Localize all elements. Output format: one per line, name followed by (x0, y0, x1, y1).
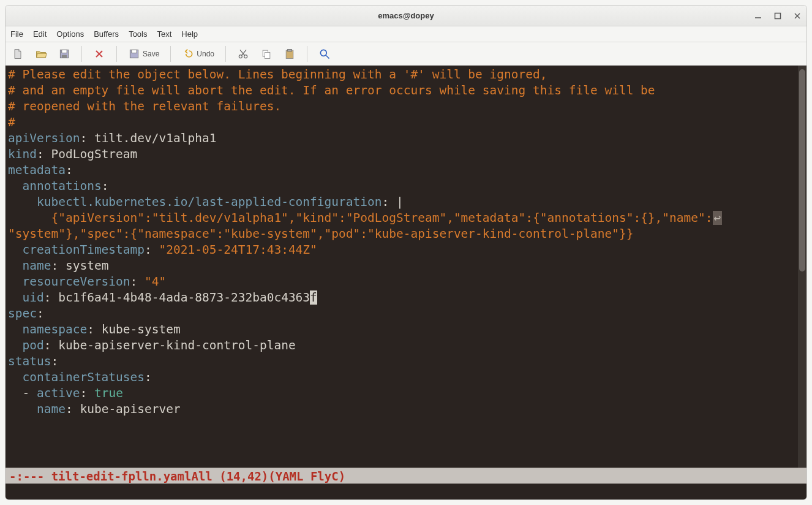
window-title: emacs@dopey (378, 11, 434, 20)
toolbar: Save Undo (6, 42, 806, 66)
scrollbar-thumb[interactable] (799, 69, 805, 271)
cut-button[interactable] (237, 48, 249, 60)
editor-area: # Please edit the object below. Lines be… (6, 66, 806, 468)
editor-buffer[interactable]: # Please edit the object below. Lines be… (6, 66, 798, 468)
svg-rect-5 (132, 50, 137, 53)
save-button[interactable]: Save (128, 48, 159, 60)
menu-help[interactable]: Help (181, 29, 198, 39)
svg-rect-0 (775, 13, 781, 19)
comment-line: # and an empty file will abort the edit.… (8, 83, 655, 97)
modeline[interactable]: -:--- tilt-edit-fplln.yaml All (14,42) (… (6, 468, 806, 484)
svg-rect-11 (288, 49, 292, 51)
comment-line: # (8, 115, 15, 129)
comment-line: # reopened with the relevant failures. (8, 99, 281, 113)
svg-rect-3 (62, 55, 67, 58)
yaml-key: metadata (8, 163, 66, 177)
minimize-icon[interactable] (754, 12, 762, 20)
modeline-filename: tilt-edit-fplln.yaml (51, 469, 192, 483)
yaml-key: creationTimestamp (22, 243, 145, 257)
yaml-key: annotations (22, 179, 101, 193)
menu-buffers[interactable]: Buffers (94, 29, 119, 39)
yaml-key: spec (8, 306, 37, 321)
yaml-key: pod (22, 338, 43, 352)
toolbar-separator (307, 46, 307, 62)
open-file-button[interactable] (35, 48, 47, 60)
yaml-value: tilt.dev/v1alpha1 (94, 131, 217, 145)
menu-options[interactable]: Options (56, 29, 84, 39)
save-label: Save (143, 50, 159, 58)
menubar: File Edit Options Buffers Tools Text Hel… (6, 26, 806, 42)
svg-point-12 (320, 50, 326, 56)
minibuffer[interactable] (6, 484, 806, 499)
yaml-bool: true (94, 386, 123, 400)
wrap-indicator-icon: ↩ (713, 211, 723, 225)
yaml-key: kubectl.kubernetes.io/last-applied-confi… (37, 195, 382, 209)
modeline-position: All (14,42) (191, 469, 268, 483)
close-icon[interactable] (793, 12, 802, 20)
yaml-key: kind (8, 147, 37, 161)
yaml-key: name (37, 402, 66, 416)
yaml-key: containerStatuses (22, 370, 145, 384)
save-file-icon-button[interactable] (58, 48, 70, 60)
yaml-key: active (37, 386, 80, 400)
menu-text[interactable]: Text (157, 29, 171, 39)
text-cursor: f (310, 290, 317, 305)
paste-button[interactable] (284, 48, 296, 60)
cancel-button[interactable] (93, 48, 105, 60)
yaml-value: "4" (145, 275, 166, 289)
toolbar-separator (116, 46, 117, 62)
new-file-button[interactable] (12, 48, 24, 60)
yaml-key: uid (22, 290, 43, 305)
json-string: "system"},"spec":{"namespace":"kube-syst… (8, 227, 633, 241)
modeline-status: -:--- (9, 469, 44, 483)
undo-button[interactable]: Undo (182, 48, 214, 60)
menu-file[interactable]: File (10, 29, 23, 39)
comment-line: # Please edit the object below. Lines be… (8, 67, 547, 82)
svg-rect-9 (265, 52, 270, 58)
json-string: {"apiVersion":"tilt.dev/v1alpha1","kind"… (8, 211, 713, 225)
toolbar-separator (81, 46, 82, 62)
copy-button[interactable] (260, 48, 273, 60)
yaml-value: system (66, 259, 108, 273)
yaml-pipe: | (396, 195, 404, 209)
yaml-key: namespace (22, 322, 87, 336)
scrollbar[interactable] (798, 66, 806, 468)
search-button[interactable] (318, 48, 331, 60)
yaml-value: kube-apiserver (80, 402, 180, 416)
yaml-value: kube-system (102, 322, 181, 336)
menu-tools[interactable]: Tools (129, 29, 147, 39)
yaml-value: kube-apiserver-kind-control-plane (58, 338, 295, 352)
window-controls (754, 6, 802, 26)
yaml-key: name (22, 259, 51, 273)
yaml-key: resourceVersion (22, 275, 130, 289)
yaml-value: "2021-05-24T17:43:44Z" (159, 243, 317, 257)
yaml-key: status (8, 354, 51, 368)
svg-rect-2 (62, 50, 67, 53)
yaml-value: PodLogStream (51, 147, 137, 161)
toolbar-separator (225, 46, 226, 62)
menu-edit[interactable]: Edit (33, 29, 47, 39)
modeline-mode: (YAML FlyC) (268, 469, 345, 483)
yaml-value: bc1f6a41-4b48-4ada-8873-232ba0c4363 (58, 290, 310, 305)
undo-label: Undo (197, 50, 214, 58)
titlebar[interactable]: emacs@dopey (6, 6, 806, 26)
toolbar-separator (170, 46, 171, 62)
emacs-window: emacs@dopey File Edit Options Buffers To… (5, 5, 807, 500)
yaml-key: apiVersion (8, 131, 80, 145)
maximize-icon[interactable] (773, 12, 782, 20)
